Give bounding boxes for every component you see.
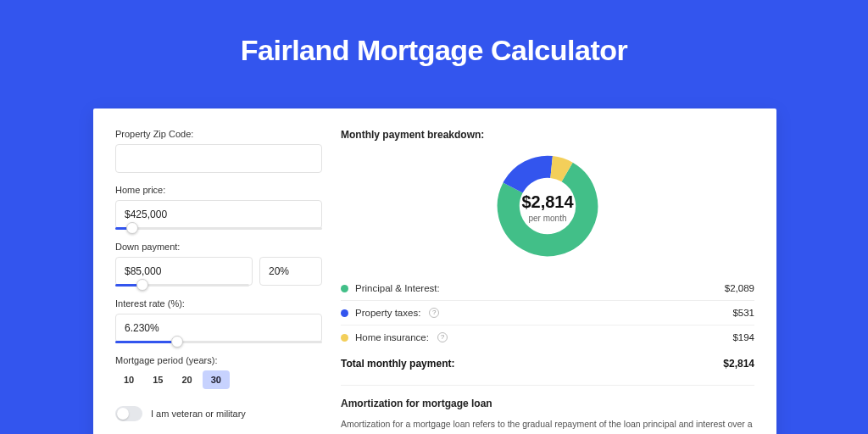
dp-slider-thumb[interactable]: [136, 279, 148, 291]
dp-label: Down payment:: [115, 242, 322, 252]
zip-input[interactable]: [115, 144, 322, 173]
rate-label: Interest rate (%):: [115, 298, 322, 309]
rate-slider-thumb[interactable]: [171, 336, 183, 348]
legend-label: Home insurance:: [355, 332, 429, 342]
legend-value: $194: [732, 332, 754, 342]
page-title: Fairland Mortgage Calculator: [0, 34, 868, 67]
info-icon[interactable]: ?: [429, 308, 439, 318]
period-option-20[interactable]: 20: [174, 370, 201, 389]
dp-amount-input[interactable]: [115, 257, 253, 286]
info-icon[interactable]: ?: [437, 332, 448, 342]
legend-row: Home insurance:?$194: [341, 326, 754, 349]
amortization-heading: Amortization for mortgage loan: [341, 398, 754, 409]
donut-center: $2,814 per month: [521, 192, 573, 223]
donut-chart: $2,814 per month: [496, 154, 599, 261]
rate-input[interactable]: [115, 314, 322, 342]
zip-label: Property Zip Code:: [115, 129, 322, 139]
donut-value: $2,814: [521, 192, 573, 212]
donut-sub: per month: [521, 214, 573, 223]
total-value: $2,814: [723, 358, 754, 370]
rate-slider[interactable]: [115, 341, 322, 343]
price-input[interactable]: [115, 200, 322, 229]
period-options: 10152030: [115, 370, 322, 389]
legend-row: Principal & Interest:$2,089: [341, 276, 754, 301]
period-option-30[interactable]: 30: [203, 370, 230, 389]
period-option-15[interactable]: 15: [144, 370, 171, 389]
dp-slider[interactable]: [115, 284, 249, 287]
veteran-toggle[interactable]: [115, 406, 142, 421]
dp-percent-input[interactable]: [259, 257, 322, 286]
price-slider[interactable]: [115, 227, 322, 230]
legend-row: Property taxes:?$531: [341, 301, 754, 326]
legend-list: Principal & Interest:$2,089Property taxe…: [341, 276, 754, 349]
calculator-card: Property Zip Code: Home price: Down paym…: [93, 108, 776, 434]
total-label: Total monthly payment:: [341, 358, 454, 370]
amortization-text: Amortization for a mortgage loan refers …: [341, 418, 754, 434]
legend-dot-icon: [341, 334, 348, 342]
price-label: Home price:: [115, 185, 322, 195]
veteran-label: I am veteran or military: [151, 409, 246, 419]
legend-label: Principal & Interest:: [355, 283, 440, 293]
legend-value: $531: [732, 308, 754, 318]
period-option-10[interactable]: 10: [115, 370, 142, 389]
legend-value: $2,089: [725, 283, 754, 293]
legend-dot-icon: [341, 285, 348, 292]
rate-slider-fill: [115, 341, 177, 343]
breakdown-heading: Monthly payment breakdown:: [341, 129, 754, 141]
veteran-toggle-knob: [117, 408, 129, 420]
period-label: Mortgage period (years):: [115, 355, 322, 365]
breakdown-panel: Monthly payment breakdown: $2,814 per mo…: [341, 129, 754, 434]
legend-dot-icon: [341, 309, 348, 317]
price-slider-thumb[interactable]: [126, 222, 138, 234]
legend-label: Property taxes:: [355, 308, 420, 318]
amortization-section: Amortization for mortgage loan Amortizat…: [341, 385, 754, 434]
form-panel: Property Zip Code: Home price: Down paym…: [115, 129, 322, 434]
